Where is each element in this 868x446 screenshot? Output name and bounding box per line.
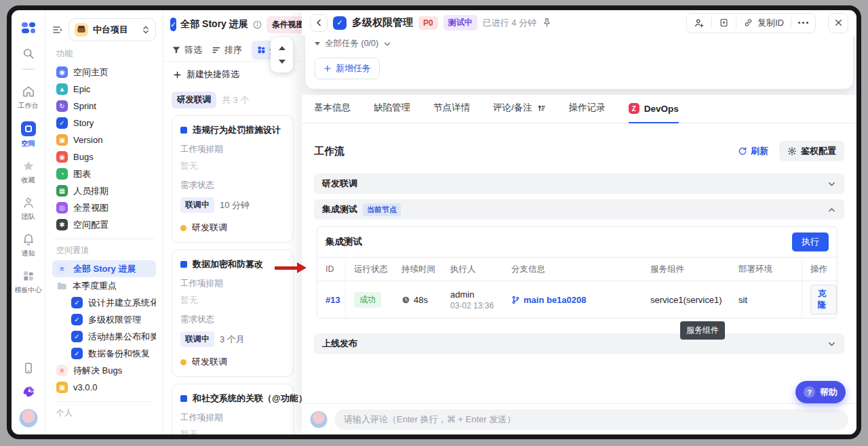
tab-activity[interactable]: 操作记录 bbox=[569, 102, 606, 123]
rocket-icon[interactable] bbox=[21, 384, 36, 399]
status-badge[interactable]: 测试中 bbox=[443, 15, 477, 31]
refresh-button[interactable]: 刷新 bbox=[738, 145, 768, 157]
run-service: service1(service1) bbox=[642, 281, 730, 318]
rail-item-favorites[interactable]: 收藏 bbox=[22, 159, 35, 185]
info-icon[interactable] bbox=[252, 20, 262, 30]
sidebar-item-bugs[interactable]: ◉ Bugs bbox=[52, 148, 156, 165]
add-task-label: 新增任务 bbox=[336, 62, 371, 75]
run-id-link[interactable]: #13 bbox=[326, 295, 340, 305]
user-avatar bbox=[310, 411, 328, 428]
quick-filter-label: 新建快捷筛选 bbox=[186, 68, 239, 81]
col-duration: 持续时间 bbox=[393, 258, 442, 281]
tab-node-details[interactable]: 节点详情 bbox=[433, 102, 470, 123]
node-name: 研发联调 bbox=[192, 222, 227, 234]
help-button[interactable]: ? 帮助 bbox=[795, 381, 846, 403]
sidebar-item-epic[interactable]: ▲ Epic bbox=[52, 81, 156, 98]
story-icon: ✓ bbox=[71, 314, 83, 325]
close-button[interactable] bbox=[828, 13, 848, 33]
pin-icon[interactable] bbox=[542, 18, 552, 28]
scroll-up-button[interactable] bbox=[279, 46, 285, 50]
sidebar-item-story-child[interactable]: ✓ 数据备份和恢复 bbox=[67, 345, 156, 362]
sort-lines-icon bbox=[212, 45, 221, 55]
node-name: 研发联调 bbox=[192, 356, 227, 368]
sidebar-item-pending-bugs[interactable]: ≡ 待解决 Bugs bbox=[52, 362, 156, 379]
chevron-down-icon bbox=[827, 340, 836, 348]
sidebar-item-label: v3.0.0 bbox=[73, 382, 97, 392]
sidebar-item-story[interactable]: ✓ Story bbox=[52, 115, 156, 131]
priority-badge[interactable]: P0 bbox=[418, 16, 438, 30]
chevron-down-icon bbox=[827, 180, 836, 188]
stage-accordion-release[interactable]: 上线发布 bbox=[314, 333, 844, 354]
sidebar-item-label: 全景视图 bbox=[73, 202, 108, 214]
question-icon: ? bbox=[804, 386, 815, 398]
sidebar-item-story-child[interactable]: ✓ 多级权限管理 bbox=[67, 311, 156, 328]
card-title: 违规行为处罚措施设计 bbox=[193, 124, 281, 136]
version-tag-icon: ▣ bbox=[56, 382, 68, 393]
sidebar-item-staff-schedule[interactable]: ▦ 人员排期 bbox=[52, 182, 156, 199]
user-avatar[interactable] bbox=[19, 409, 38, 428]
sidebar-item-quarter-focus[interactable]: 本季度重点 bbox=[52, 277, 156, 294]
rail-item-template-center[interactable]: 模板中心 bbox=[15, 269, 42, 295]
sort-button[interactable]: 排序 bbox=[212, 44, 242, 56]
app-logo-icon[interactable] bbox=[20, 20, 37, 36]
story-card[interactable]: 数据加密和防篡改 工作项排期 暂无 需求状态 联调中 3 个月 研发联调 bbox=[172, 249, 294, 377]
rail-item-notifications[interactable]: 通知 bbox=[22, 232, 35, 258]
mobile-app-icon[interactable] bbox=[22, 361, 35, 375]
sidebar-item-story-child[interactable]: ✓ 活动结果公布和奖励... bbox=[67, 328, 156, 345]
field-label: 需求状态 bbox=[180, 180, 285, 191]
back-button[interactable] bbox=[310, 14, 328, 32]
sidebar-item-panorama[interactable]: ◎ 全景视图 bbox=[52, 199, 156, 216]
sidebar-item-space-home[interactable]: ◉ 空间主页 bbox=[52, 64, 156, 81]
column-name-badge[interactable]: 研发联调 bbox=[172, 92, 216, 108]
add-task-button[interactable]: 新增任务 bbox=[315, 58, 380, 79]
field-value: 暂无 bbox=[180, 294, 285, 306]
sidebar-item-charts[interactable]: ◔ 图表 bbox=[52, 165, 156, 182]
sidebar-item-version[interactable]: ▣ Version bbox=[52, 131, 156, 148]
rail-item-space[interactable]: 空间 bbox=[21, 121, 36, 148]
clone-button[interactable]: 克隆 bbox=[810, 285, 837, 315]
stage-accordion-dev-joint[interactable]: 研发联调 bbox=[314, 174, 844, 194]
sidebar-item-label: 图表 bbox=[73, 168, 91, 180]
stage-accordion-integration-test[interactable]: 集成测试 当前节点 bbox=[314, 199, 844, 220]
copy-id-label: 复制ID bbox=[757, 17, 784, 29]
card-title: 数据加密和防篡改 bbox=[193, 258, 263, 270]
rail-item-workbench[interactable]: 工作台 bbox=[18, 85, 39, 110]
sidebar-item-v300[interactable]: ▣ v3.0.0 bbox=[52, 379, 156, 396]
board-title: 全部 Story 进展 bbox=[180, 18, 248, 31]
story-card[interactable]: 违规行为处罚措施设计 工作项排期 暂无 需求状态 联调中 10 分钟 研发联调 bbox=[172, 115, 294, 243]
people-icon bbox=[22, 196, 35, 209]
execute-button[interactable]: 执行 bbox=[792, 232, 829, 251]
collapse-sidebar-icon[interactable] bbox=[52, 24, 63, 35]
add-member-button[interactable] bbox=[687, 14, 711, 33]
tasks-summary-label: 全部任务 (0/0) bbox=[325, 38, 378, 49]
search-icon[interactable] bbox=[22, 47, 35, 60]
sidebar-item-story-child[interactable]: ✓ 设计并建立系统化的... bbox=[67, 294, 156, 311]
rail-item-teams[interactable]: 团队 bbox=[22, 196, 35, 222]
branch-link[interactable]: main be1a0208 bbox=[511, 295, 587, 305]
auth-config-button[interactable]: 鉴权配置 bbox=[779, 141, 844, 161]
more-button[interactable] bbox=[791, 14, 815, 33]
sidebar-item-space-settings[interactable]: ✱ 空间配置 bbox=[52, 216, 156, 233]
status-duration: 3 个月 bbox=[220, 333, 245, 346]
story-card[interactable]: 和社交系统的关联（@功能） 工作项排期 暂无 需求状态 联调中 3 个月 bbox=[172, 384, 294, 434]
bug-list-icon: ≡ bbox=[56, 365, 68, 376]
tab-basic-info[interactable]: 基本信息 bbox=[314, 102, 351, 123]
scroll-down-button[interactable] bbox=[279, 60, 285, 64]
kanban-board: ✓ 全部 Story 进展 条件视图 筛选 排序 bbox=[163, 10, 302, 434]
tasks-card: 全部任务 (0/0) 新增任务 bbox=[304, 35, 854, 89]
tab-defects[interactable]: 缺陷管理 bbox=[374, 102, 410, 123]
view-type-badge[interactable]: 条件视图 bbox=[267, 16, 302, 33]
sidebar-item-sprint[interactable]: ↻ Sprint bbox=[52, 98, 156, 115]
sidebar-item-all-story-progress[interactable]: ≡ 全部 Story 进展 bbox=[52, 260, 156, 277]
run-executor: admin bbox=[450, 289, 494, 300]
comment-input[interactable] bbox=[334, 409, 848, 430]
tasks-summary-toggle[interactable]: 全部任务 (0/0) bbox=[315, 38, 844, 49]
copy-id-button[interactable]: 复制ID bbox=[736, 14, 791, 33]
filter-button[interactable]: 筛选 bbox=[172, 44, 202, 56]
project-selector[interactable]: 中台项目 bbox=[68, 18, 156, 41]
bookmark-button[interactable] bbox=[712, 14, 736, 33]
sidebar-item-label: Version bbox=[73, 135, 102, 145]
sidebar-item-label: 设计并建立系统化的... bbox=[88, 297, 156, 309]
tab-devops[interactable]: Z DevOps bbox=[629, 103, 679, 123]
tab-comments[interactable]: 评论/备注 bbox=[493, 102, 546, 123]
